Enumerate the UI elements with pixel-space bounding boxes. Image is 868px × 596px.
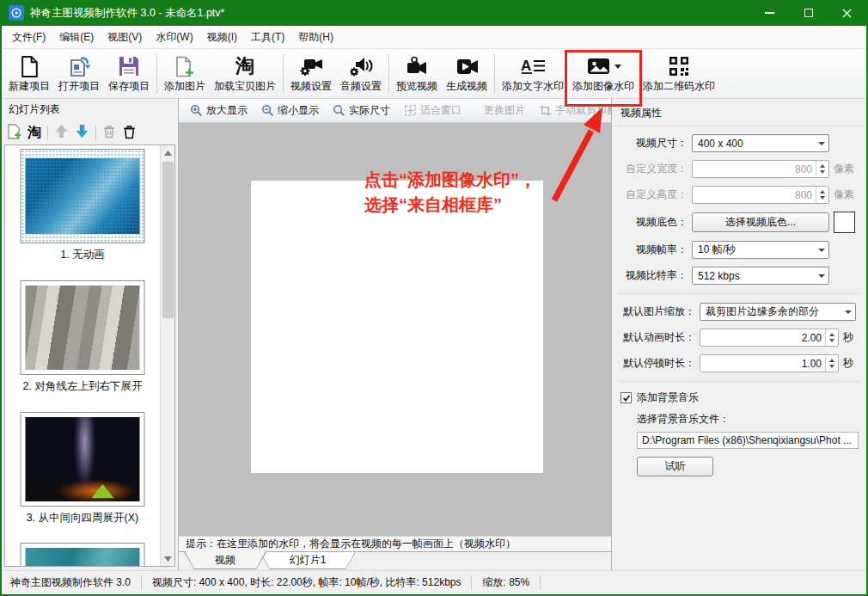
scrollbar-thumb[interactable] xyxy=(162,162,174,318)
tent-shape xyxy=(92,484,114,498)
status-video-info: 视频尺寸: 400 x 400, 时长: 22.00秒, 帧率: 10帧/秒, … xyxy=(152,575,472,590)
listen-button[interactable]: 试听 xyxy=(637,457,713,476)
tab-video[interactable]: 视频 xyxy=(184,552,266,569)
qrcode-watermark-icon xyxy=(668,53,690,79)
video-settings-button[interactable]: 视频设置 xyxy=(286,51,336,97)
custom-width-input: 800 xyxy=(692,160,829,178)
crop-icon xyxy=(539,104,552,117)
audio-settings-button[interactable]: 音频设置 xyxy=(336,51,386,97)
scroll-up-icon[interactable] xyxy=(161,145,174,160)
title-bar: 神奇主图视频制作软件 3.0 - 未命名1.ptv* xyxy=(2,0,866,26)
delete-slide-button[interactable] xyxy=(102,124,116,141)
add-picture-button[interactable]: 添加图片 xyxy=(160,51,210,97)
maximize-button[interactable] xyxy=(789,0,828,26)
fit-window-button[interactable]: 适合窗口 xyxy=(398,101,468,120)
dropdown-caret-icon xyxy=(614,65,621,69)
save-project-button[interactable]: 保存项目 xyxy=(104,51,154,97)
pause-duration-input[interactable]: 1.00 xyxy=(700,354,839,372)
add-text-watermark-button[interactable]: A 添加文字水印 xyxy=(498,51,568,97)
menu-tools[interactable]: 工具(T) xyxy=(244,26,291,49)
arrow-down-icon xyxy=(75,124,89,138)
pixels-suffix: 像素 xyxy=(834,162,854,176)
custom-width-label: 自定义宽度： xyxy=(612,162,688,176)
slide-item-2[interactable]: 2. 对角线左上到右下展开 xyxy=(21,280,145,394)
toolbar-separator xyxy=(283,54,284,94)
menu-watermark[interactable]: 水印(W) xyxy=(149,26,199,49)
menu-help[interactable]: 帮助(H) xyxy=(291,26,340,49)
choose-bg-color-button[interactable]: 选择视频底色... xyxy=(692,212,829,232)
generate-video-button[interactable]: 生成视频 xyxy=(442,51,492,97)
add-picture-icon xyxy=(174,53,196,79)
bitrate-label: 视频比特率： xyxy=(612,268,688,283)
add-bg-music-checkbox-row[interactable]: 添加背景音乐 xyxy=(620,390,866,405)
clear-slides-button[interactable] xyxy=(122,124,137,142)
preview-video-button[interactable]: 预览视频 xyxy=(392,51,442,97)
add-taobao-slide-button[interactable]: 淘 xyxy=(28,126,41,139)
spinner-arrows-icon[interactable] xyxy=(825,329,838,346)
anim-duration-input[interactable]: 2.00 xyxy=(700,329,839,347)
tab-slide-1[interactable]: 幻灯片1 xyxy=(260,552,356,569)
new-project-button[interactable]: 新建项目 xyxy=(4,51,54,97)
menu-file[interactable]: 文件(F) xyxy=(5,26,52,49)
minimize-button[interactable] xyxy=(750,0,789,26)
video-canvas[interactable] xyxy=(251,181,543,473)
status-zoom: 缩放: 85% xyxy=(482,575,541,590)
spinner-arrows-icon[interactable] xyxy=(825,355,838,372)
toolbar-separator xyxy=(47,126,48,140)
add-image-watermark-button[interactable]: 添加图像水印 xyxy=(568,51,639,97)
move-slide-down-button[interactable] xyxy=(75,124,89,141)
minimize-icon xyxy=(765,12,774,14)
slide-list-header: 幻灯片列表 xyxy=(2,99,178,120)
preview-area: 点击“添加图像水印”， 选择“来自相框库” xyxy=(179,123,611,536)
bitrate-select[interactable]: 512 kbps xyxy=(692,267,829,285)
seconds-suffix: 秒 xyxy=(843,330,853,345)
video-properties-panel: 视频属性 视频尺寸： 400 x 400 自定义宽度： 800 像素 自定义高度… xyxy=(612,99,866,570)
slide-label: 3. 从中间向四周展开(X) xyxy=(21,511,145,525)
slide-thumbnail-teal xyxy=(21,543,145,567)
spinner-arrows-icon xyxy=(816,161,828,177)
slide-item-3[interactable]: 3. 从中间向四周展开(X) xyxy=(21,412,145,525)
open-project-button[interactable]: 打开项目 xyxy=(54,51,104,97)
slide-list-scrollbar[interactable] xyxy=(160,145,174,566)
pixels-suffix: 像素 xyxy=(834,187,854,202)
load-taobao-picture-button[interactable]: 淘 加载宝贝图片 xyxy=(210,51,280,97)
actual-size-button[interactable]: 实际尺寸 xyxy=(327,101,396,120)
zoom-in-icon xyxy=(190,104,203,117)
bg-color-swatch[interactable] xyxy=(834,212,855,233)
image-scale-select[interactable]: 裁剪图片边缘多余的部分 xyxy=(700,303,856,321)
scroll-down-icon[interactable] xyxy=(161,551,174,566)
music-file-path[interactable]: D:\Program Files (x86)\Shenqixiangsu\Pho… xyxy=(637,432,859,449)
hint-bar: 提示：在这里添加的水印，将会显示在视频的每一帧画面上（视频水印） xyxy=(179,536,611,551)
slide-thumbnail-night-sky xyxy=(21,412,145,507)
replace-image-button[interactable]: 更换图片 xyxy=(478,101,531,120)
zoom-out-icon xyxy=(261,104,274,117)
menu-view[interactable]: 视图(V) xyxy=(101,26,149,49)
app-window: 神奇主图视频制作软件 3.0 - 未命名1.ptv* 文件(F) 编辑(E) 视… xyxy=(0,0,868,596)
add-qrcode-watermark-button[interactable]: 添加二维码水印 xyxy=(639,51,719,97)
preview-video-icon xyxy=(405,53,430,79)
arrow-up-icon xyxy=(54,124,69,138)
frame-rate-select[interactable]: 10 帧/秒 xyxy=(692,241,829,259)
slide-item-4-partial[interactable] xyxy=(21,543,145,567)
slide-item-1[interactable]: 1. 无动画 xyxy=(21,149,145,262)
close-button[interactable] xyxy=(828,0,866,26)
menu-video[interactable]: 视频(I) xyxy=(200,26,244,49)
zoom-out-button[interactable]: 缩小显示 xyxy=(255,101,325,120)
slide-label: 2. 对角线左上到右下展开 xyxy=(21,379,145,394)
zoom-in-button[interactable]: 放大显示 xyxy=(184,101,254,120)
custom-height-label: 自定义高度： xyxy=(612,187,688,202)
move-slide-up-button[interactable] xyxy=(54,124,69,141)
bg-color-label: 视频底色： xyxy=(612,215,688,230)
frame-rate-label: 视频帧率： xyxy=(612,243,688,257)
menu-edit[interactable]: 编辑(E) xyxy=(52,26,101,49)
divider xyxy=(619,381,859,382)
taobao-icon: 淘 xyxy=(235,53,254,79)
trash-icon xyxy=(102,124,116,138)
checkbox-checked-icon[interactable] xyxy=(620,392,632,403)
slide-label: 1. 无动画 xyxy=(21,248,145,262)
video-size-select[interactable]: 400 x 400 xyxy=(692,134,829,152)
video-properties-header: 视频属性 xyxy=(612,102,866,126)
add-slide-button[interactable] xyxy=(7,124,21,142)
slide-list: 1. 无动画 2. 对角线左上到右下展开 3. 从中间向四周展开(X) xyxy=(4,144,175,567)
chevron-down-icon xyxy=(815,142,828,145)
